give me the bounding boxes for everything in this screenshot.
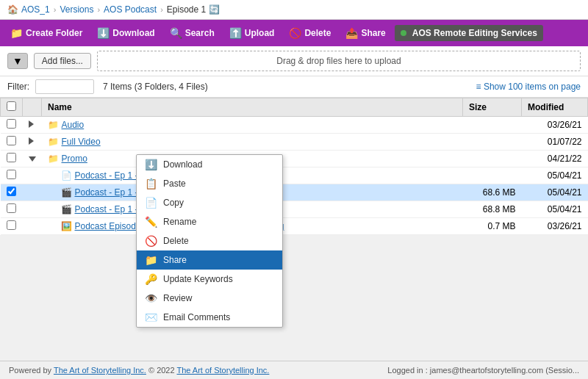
expand-cell[interactable] — [23, 117, 42, 134]
arrow-right-icon[interactable] — [29, 120, 34, 128]
download-icon: ⬇️ — [144, 159, 157, 170]
expand-cell[interactable] — [23, 151, 42, 167]
folder-icon: 📁 — [48, 137, 59, 147]
filter-bar: Filter: 7 Items (3 Folders, 4 Files) ≡ S… — [0, 76, 588, 98]
company-link-1[interactable]: The Art of Storytelling Inc. — [54, 366, 146, 375]
expand-cell — [23, 218, 42, 235]
context-menu-item-paste[interactable]: 📋Paste — [137, 174, 282, 193]
file-name-link[interactable]: Promo — [62, 154, 87, 164]
refresh-icon[interactable]: 🔄 — [209, 4, 220, 15]
review-icon: 👁️ — [144, 292, 157, 304]
context-menu-item-copy[interactable]: 📄Copy — [137, 193, 282, 212]
context-menu-item-update-keywords[interactable]: 🔑Update Keywords — [137, 270, 282, 289]
upload-arrow-button[interactable]: ▼ — [7, 53, 28, 69]
aos-remote-button[interactable]: AOS Remote Editing Services — [395, 25, 543, 41]
expand-cell — [23, 184, 42, 201]
modified-cell: 05/04/21 — [522, 167, 588, 184]
table-row[interactable]: 📄Podcast - Ep 1 - Pro...05/04/21 — [1, 167, 588, 184]
arrow-right-icon[interactable] — [29, 137, 34, 145]
update-keywords-icon: 🔑 — [144, 273, 157, 285]
file-table-container: Name Size Modified 📁Audio03/26/21📁Full V… — [0, 98, 588, 235]
row-checkbox[interactable] — [7, 187, 16, 196]
context-menu-item-email-comments[interactable]: ✉️Email Comments — [137, 308, 282, 327]
row-checkbox[interactable] — [7, 170, 16, 179]
arrow-down-icon[interactable] — [29, 156, 36, 162]
row-checkbox[interactable] — [7, 153, 16, 162]
add-files-button[interactable]: Add files... — [34, 53, 91, 69]
context-menu-label-email-comments: Email Comments — [163, 312, 230, 322]
table-row[interactable]: 📁Audio03/26/21 — [1, 117, 588, 134]
table-row[interactable]: 📁Full Video01/07/22 — [1, 134, 588, 151]
size-cell: 68.8 MB — [463, 201, 522, 218]
email-comments-icon: ✉️ — [144, 311, 157, 323]
search-icon: 🔍 — [170, 27, 182, 39]
table-row[interactable]: 🖼️Podcast Episode 1 - Promo.00_00_24_07.… — [1, 218, 588, 235]
breadcrumb-item-versions[interactable]: Versions — [60, 4, 93, 15]
breadcrumb-item-podcast[interactable]: AOS Podcast — [104, 4, 157, 15]
file-icon: 🖼️ — [61, 221, 72, 231]
size-cell — [463, 167, 522, 184]
breadcrumb-item-aos1[interactable]: 🏠 AOS_1 — [7, 4, 50, 15]
breadcrumb-sep-3: › — [160, 5, 163, 14]
modified-cell: 03/26/21 — [522, 218, 588, 235]
context-menu-label-copy: Copy — [163, 198, 184, 208]
size-cell: 68.6 MB — [463, 184, 522, 201]
context-menu-label-share: Share — [163, 255, 187, 265]
file-name-cell[interactable]: 📁Full Video — [42, 134, 463, 151]
breadcrumb-sep-1: › — [54, 5, 57, 14]
context-menu-item-download[interactable]: ⬇️Download — [137, 155, 282, 174]
breadcrumb-link-aos1[interactable]: AOS_1 — [21, 4, 50, 15]
file-name-link[interactable]: Full Video — [62, 137, 101, 147]
modified-header[interactable]: Modified — [522, 98, 588, 117]
company-link-2[interactable]: The Art of Storytelling Inc. — [176, 366, 269, 375]
expand-cell[interactable] — [23, 134, 42, 151]
share-button[interactable]: 📤 Share — [340, 24, 391, 42]
modified-cell: 03/26/21 — [522, 117, 588, 134]
table-header-row: Name Size Modified — [1, 98, 588, 117]
upload-button[interactable]: ⬆️ Upload — [223, 24, 281, 42]
context-menu-item-review[interactable]: 👁️Review — [137, 289, 282, 308]
context-menu-item-delete[interactable]: 🚫Delete — [137, 231, 282, 250]
show-items-link[interactable]: ≡ Show 100 items on page — [476, 82, 581, 92]
modified-cell: 05/04/21 — [522, 201, 588, 218]
row-checkbox[interactable] — [7, 119, 16, 129]
file-name-link[interactable]: Audio — [62, 120, 85, 130]
context-menu-item-share[interactable]: 📁Share — [137, 250, 282, 270]
select-all-checkbox[interactable] — [7, 101, 16, 111]
footer-left: Powered by The Art of Storytelling Inc. … — [9, 366, 269, 375]
delete-icon: 🚫 — [289, 27, 301, 39]
name-header[interactable]: Name — [42, 98, 463, 117]
expand-header — [23, 98, 42, 117]
context-menu-item-rename[interactable]: ✏️Rename — [137, 212, 282, 231]
table-row[interactable]: 🎬Podcast - Ep 1 - Pr...68.6 MB05/04/21 — [1, 184, 588, 201]
aos-remote-label: AOS Remote Editing Services — [412, 28, 537, 38]
search-button[interactable]: 🔍 Search — [164, 24, 220, 42]
download-button[interactable]: ⬇️ Download — [91, 24, 160, 42]
file-name-cell[interactable]: 📁Audio — [42, 117, 463, 134]
file-icon: 🎬 — [61, 187, 72, 198]
context-menu-label-rename: Rename — [163, 217, 196, 227]
breadcrumb: 🏠 AOS_1 › Versions › AOS Podcast › Episo… — [0, 0, 588, 20]
table-row[interactable]: 📁Promo04/21/22 — [1, 151, 588, 167]
table-row[interactable]: 🎬Podcast - Ep 1 - Promo - SUBS.mp468.8 M… — [1, 201, 588, 218]
context-menu-label-review: Review — [163, 293, 192, 303]
share-icon: 📁 — [144, 254, 157, 266]
copy-icon: 📄 — [144, 197, 157, 209]
breadcrumb-link-versions[interactable]: Versions — [60, 4, 93, 15]
filter-input[interactable] — [35, 79, 94, 94]
create-folder-label: Create Folder — [26, 28, 82, 38]
create-folder-button[interactable]: 📁 Create Folder — [4, 24, 88, 42]
size-header[interactable]: Size — [463, 98, 522, 117]
paste-icon: 📋 — [144, 178, 157, 190]
context-menu-label-download: Download — [163, 159, 202, 170]
delete-button[interactable]: 🚫 Delete — [283, 24, 337, 42]
drop-zone[interactable]: Drag & drop files here to upload — [97, 51, 581, 71]
row-checkbox[interactable] — [7, 220, 16, 230]
row-checkbox[interactable] — [7, 136, 16, 145]
row-checkbox[interactable] — [7, 203, 16, 213]
upload-label: Upload — [245, 28, 275, 38]
checkbox-header[interactable] — [1, 98, 23, 117]
share-icon: 📤 — [345, 27, 358, 39]
breadcrumb-link-podcast[interactable]: AOS Podcast — [104, 4, 157, 15]
rename-icon: ✏️ — [144, 216, 157, 228]
